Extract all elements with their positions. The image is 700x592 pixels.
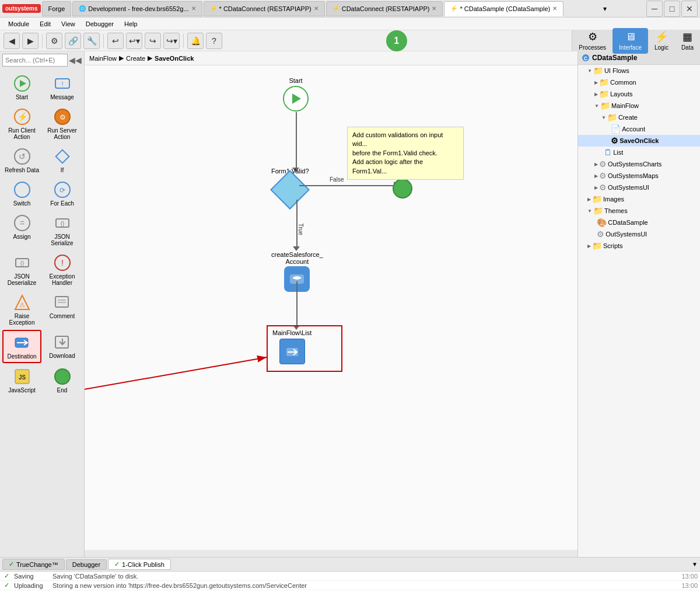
tree-saveonclick[interactable]: ⚙ SaveOnClick xyxy=(578,135,700,147)
toolbox-end[interactable]: End xyxy=(43,364,82,396)
forward-btn[interactable]: ▶ xyxy=(22,33,38,49)
tab-cdataconnect1[interactable]: ⚡ * CDataConnect (RESTAPIAPP) ✕ xyxy=(204,1,325,16)
tab-processes[interactable]: ⚙ Processes xyxy=(572,27,612,54)
toolbox-json-serialize[interactable]: {} JSON Serialize xyxy=(43,211,82,249)
publish-badge[interactable]: 1 xyxy=(386,30,407,51)
main-layout: ◀◀ Start ! Message ⚡ Run xyxy=(0,51,700,557)
connector-start-form xyxy=(296,112,297,170)
tree-mainflow[interactable]: ▼ 📁 MainFlow xyxy=(578,100,700,112)
toolbox-javascript[interactable]: JS JavaScript xyxy=(2,364,41,396)
sep3 xyxy=(183,34,184,48)
svg-text:=: = xyxy=(19,218,24,228)
redo-btn[interactable]: ↪ xyxy=(145,33,161,49)
tab-dropdown[interactable]: ▾ xyxy=(603,5,607,13)
tree-ui-flows[interactable]: ▼ 📁 UI Flows xyxy=(578,65,700,76)
bottom-panel: ✓ TrueChange™ Debugger ✓ 1-Click Publish… xyxy=(0,557,700,592)
close-tab3[interactable]: ✕ xyxy=(432,5,436,12)
compare-btn[interactable]: 🔔 xyxy=(187,33,204,49)
redo2-btn[interactable]: ↪▾ xyxy=(163,33,180,49)
canvas-scrollbar[interactable] xyxy=(85,550,578,557)
toolbox-panel: ◀◀ Start ! Message ⚡ Run xyxy=(0,51,85,557)
back-btn[interactable]: ◀ xyxy=(4,33,20,49)
tree-outsystems-maps[interactable]: ▶ ⚙ OutSystemsMaps xyxy=(578,170,700,182)
undo2-btn[interactable]: ↩▾ xyxy=(126,33,142,49)
canvas[interactable]: Start Form1.Valid? False End xyxy=(85,65,578,557)
connector-action-dest xyxy=(296,281,298,328)
right-panel: C CDataSample ▼ 📁 UI Flows ▶ 📁 Common ▶ … xyxy=(578,51,700,557)
tree-outsystems-ui[interactable]: ▶ ⚙ OutSystemsUI xyxy=(578,182,700,193)
tree-outsystems-charts[interactable]: ▶ ⚙ OutSystemsCharts xyxy=(578,158,700,170)
upload-btn[interactable]: 🔧 xyxy=(83,33,100,49)
true-label: True xyxy=(298,224,304,235)
breadcrumb: MainFlow ▶ Create ▶ SaveOnClick xyxy=(85,51,578,65)
toolbox-refresh[interactable]: ↺ Refresh Data xyxy=(2,144,41,176)
toolbox-download[interactable]: Download xyxy=(43,330,82,363)
node-mainflow-list[interactable]: MainFlow\List xyxy=(272,329,312,364)
tab-data[interactable]: ▦ Data xyxy=(675,27,700,54)
tree-images[interactable]: ▶ 📁 Images xyxy=(578,193,700,205)
svg-text:⟳: ⟳ xyxy=(60,186,65,194)
search-box: ◀◀ xyxy=(0,51,84,69)
svg-text:⚠: ⚠ xyxy=(19,301,25,308)
title-bar: outsystems Forge 🌐 Development - free-de… xyxy=(0,0,700,18)
canvas-area[interactable]: MainFlow ▶ Create ▶ SaveOnClick Start Fo… xyxy=(85,51,578,557)
toolbox-foreach[interactable]: ⟳ For Each xyxy=(43,177,82,210)
toolbox-if[interactable]: If xyxy=(43,144,82,176)
toolbox-raise[interactable]: ⚠ Raise Exception xyxy=(2,290,41,329)
toolbox-run-client[interactable]: ⚡ Run Client Action xyxy=(2,105,41,143)
tree-themes[interactable]: ▼ 📁 Themes xyxy=(578,205,700,217)
toolbox-run-server[interactable]: ⚙ Run Server Action xyxy=(43,105,82,143)
tab-interface[interactable]: 🖥 Interface xyxy=(612,28,648,54)
tree-cdata-sample-theme[interactable]: 🎨 CDataSample xyxy=(578,217,700,228)
tab-debugger[interactable]: Debugger xyxy=(66,559,107,570)
tab-cdatasample[interactable]: ⚡ * CDataSample (CDataSample) ✕ xyxy=(444,1,564,16)
tab-dev[interactable]: 🌐 Development - free-dev.brs6552g... ✕ xyxy=(72,1,202,16)
close-tab2[interactable]: ✕ xyxy=(314,5,318,12)
svg-text:⚡: ⚡ xyxy=(17,112,27,122)
close-tab4[interactable]: ✕ xyxy=(552,5,557,12)
os-logo[interactable]: outsystems xyxy=(2,4,41,13)
log-row: ✓ Saving Saving 'CDataSample' to disk. 1… xyxy=(0,572,700,581)
tree-common[interactable]: ▶ 📁 Common xyxy=(578,76,700,88)
toolbox-grid: Start ! Message ⚡ Run Client Action ⚙ xyxy=(0,69,84,399)
connect-btn[interactable]: 🔗 xyxy=(65,33,81,49)
help-btn[interactable]: ? xyxy=(206,33,222,49)
minimize-btn[interactable]: ─ xyxy=(646,1,663,17)
close-btn[interactable]: ✕ xyxy=(681,1,698,17)
node-start[interactable]: Start xyxy=(283,77,309,112)
forge-tab[interactable]: Forge xyxy=(42,1,72,16)
tree-layouts[interactable]: ▶ 📁 Layouts xyxy=(578,88,700,100)
tab-truechange[interactable]: ✓ TrueChange™ xyxy=(2,559,65,570)
settings-btn[interactable]: ⚙ xyxy=(46,33,62,49)
toolbox-start[interactable]: Start xyxy=(2,71,41,103)
menu-edit[interactable]: Edit xyxy=(35,19,55,29)
close-dev-tab[interactable]: ✕ xyxy=(191,5,196,12)
toolbox-destination[interactable]: Destination xyxy=(2,330,41,363)
tab-cdataconnect2[interactable]: ⚡ CDataConnect (RESTAPIAPP) ✕ xyxy=(326,1,443,16)
toolbox-switch[interactable]: Switch xyxy=(2,177,41,210)
tree-view[interactable]: ▼ 📁 UI Flows ▶ 📁 Common ▶ 📁 Layouts ▼ 📁 … xyxy=(578,65,700,252)
tab-1click-publish[interactable]: ✓ 1-Click Publish xyxy=(108,559,171,570)
sep1 xyxy=(42,34,43,48)
maximize-btn[interactable]: □ xyxy=(664,1,680,17)
toolbox-json-deserialize[interactable]: {} JSON Deserialize xyxy=(2,250,41,289)
toolbox-comment[interactable]: Comment xyxy=(43,290,82,329)
undo-btn[interactable]: ↩ xyxy=(107,33,124,49)
toolbox-exception[interactable]: ! Exception Handler xyxy=(43,250,82,289)
tree-outsystems-ui-theme[interactable]: ⚙ OutSystemsUI xyxy=(578,228,700,240)
menu-module[interactable]: Module xyxy=(4,19,34,29)
toolbox-message[interactable]: ! Message xyxy=(43,71,82,103)
tree-create[interactable]: ▼ 📁 Create xyxy=(578,112,700,123)
search-input[interactable] xyxy=(2,54,68,67)
tree-scripts[interactable]: ▶ 📁 Scripts xyxy=(578,240,700,252)
collapse-bottom[interactable]: ▼ xyxy=(692,561,698,567)
menu-debugger[interactable]: Debugger xyxy=(81,19,118,29)
toolbox-assign[interactable]: = Assign xyxy=(2,211,41,249)
menu-view[interactable]: View xyxy=(57,19,80,29)
collapse-btn[interactable]: ◀◀ xyxy=(69,55,82,65)
svg-text:!: ! xyxy=(61,81,63,88)
menu-help[interactable]: Help xyxy=(120,19,142,29)
tree-list[interactable]: 🗒 List xyxy=(578,147,700,158)
tab-logic[interactable]: ⚡ Logic xyxy=(648,27,675,54)
tree-account[interactable]: 📄 Account xyxy=(578,123,700,135)
